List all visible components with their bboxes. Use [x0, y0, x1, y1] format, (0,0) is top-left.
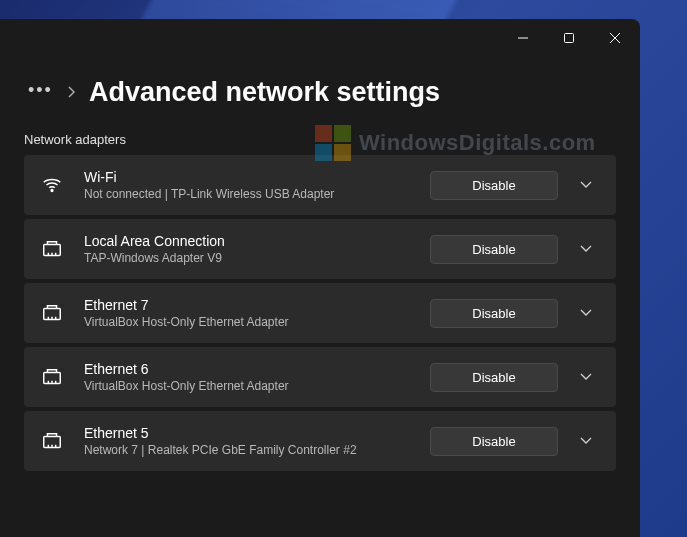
svg-point-1 [51, 190, 53, 192]
ethernet-icon [34, 430, 70, 452]
disable-button[interactable]: Disable [430, 299, 558, 328]
adapter-desc: VirtualBox Host-Only Ethernet Adapter [84, 315, 416, 329]
adapter-text: Local Area Connection TAP-Windows Adapte… [84, 233, 416, 265]
adapter-name: Ethernet 5 [84, 425, 416, 441]
settings-window: ••• Advanced network settings Network ad… [0, 19, 640, 537]
maximize-button[interactable] [546, 19, 592, 57]
expand-button[interactable] [572, 309, 600, 317]
chevron-down-icon [580, 437, 592, 445]
section-label-adapters: Network adapters [0, 118, 640, 155]
page-title: Advanced network settings [89, 77, 440, 108]
adapter-text: Ethernet 5 Network 7 | Realtek PCIe GbE … [84, 425, 416, 457]
disable-button[interactable]: Disable [430, 171, 558, 200]
expand-button[interactable] [572, 245, 600, 253]
breadcrumb-header: ••• Advanced network settings [0, 57, 640, 118]
adapter-text: Ethernet 6 VirtualBox Host-Only Ethernet… [84, 361, 416, 393]
adapter-text: Wi-Fi Not connected | TP-Link Wireless U… [84, 169, 416, 201]
adapter-name: Local Area Connection [84, 233, 416, 249]
window-titlebar [0, 19, 640, 57]
adapter-name: Ethernet 7 [84, 297, 416, 313]
close-button[interactable] [592, 19, 638, 57]
chevron-down-icon [580, 245, 592, 253]
minimize-button[interactable] [500, 19, 546, 57]
adapter-row-ethernet6[interactable]: Ethernet 6 VirtualBox Host-Only Ethernet… [24, 347, 616, 407]
adapter-desc: Not connected | TP-Link Wireless USB Ada… [84, 187, 416, 201]
expand-button[interactable] [572, 373, 600, 381]
adapter-desc: Network 7 | Realtek PCIe GbE Family Cont… [84, 443, 416, 457]
disable-button[interactable]: Disable [430, 427, 558, 456]
adapter-desc: TAP-Windows Adapter V9 [84, 251, 416, 265]
disable-button[interactable]: Disable [430, 235, 558, 264]
ethernet-icon [34, 366, 70, 388]
adapter-text: Ethernet 7 VirtualBox Host-Only Ethernet… [84, 297, 416, 329]
adapter-row-wifi[interactable]: Wi-Fi Not connected | TP-Link Wireless U… [24, 155, 616, 215]
more-icon[interactable]: ••• [28, 81, 53, 105]
close-icon [610, 33, 620, 43]
adapter-name: Wi-Fi [84, 169, 416, 185]
ethernet-icon [34, 238, 70, 260]
chevron-down-icon [580, 373, 592, 381]
disable-button[interactable]: Disable [430, 363, 558, 392]
maximize-icon [564, 33, 574, 43]
svg-rect-0 [565, 34, 574, 43]
adapter-desc: VirtualBox Host-Only Ethernet Adapter [84, 379, 416, 393]
adapter-name: Ethernet 6 [84, 361, 416, 377]
adapter-row-lan[interactable]: Local Area Connection TAP-Windows Adapte… [24, 219, 616, 279]
expand-button[interactable] [572, 181, 600, 189]
adapter-row-ethernet7[interactable]: Ethernet 7 VirtualBox Host-Only Ethernet… [24, 283, 616, 343]
adapter-row-ethernet5[interactable]: Ethernet 5 Network 7 | Realtek PCIe GbE … [24, 411, 616, 471]
minimize-icon [518, 33, 528, 43]
adapter-list: Wi-Fi Not connected | TP-Link Wireless U… [0, 155, 640, 471]
chevron-down-icon [580, 309, 592, 317]
wifi-icon [34, 174, 70, 196]
chevron-down-icon [580, 181, 592, 189]
expand-button[interactable] [572, 437, 600, 445]
chevron-right-icon [67, 84, 75, 102]
ethernet-icon [34, 302, 70, 324]
